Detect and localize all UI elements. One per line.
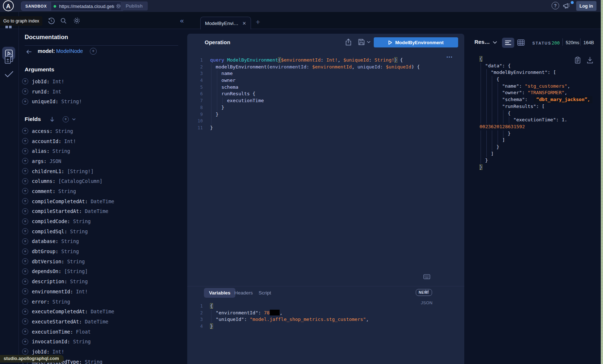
add-field-button[interactable]: + xyxy=(22,218,28,225)
add-field-button[interactable]: + xyxy=(22,128,28,134)
field-row[interactable]: +description:String xyxy=(19,276,114,286)
add-field-button[interactable]: + xyxy=(22,288,28,294)
tab-modelbyenvironment[interactable]: ModelByEnvi… ✕ xyxy=(200,17,251,29)
endpoint-url-text[interactable]: https://metadata.cloud.getd xyxy=(59,4,114,9)
publish-button[interactable]: Publish xyxy=(121,1,148,11)
help-icon[interactable]: ? xyxy=(552,2,559,9)
field-row[interactable]: +invocationId:String xyxy=(19,336,114,347)
argument-row[interactable]: +runId:Int xyxy=(19,87,82,97)
graph-index-icon[interactable] xyxy=(5,26,8,28)
add-field-button[interactable]: + xyxy=(22,238,28,244)
field-row[interactable]: +dbtVersion:String xyxy=(19,256,114,267)
field-type[interactable]: [CatalogColumn] xyxy=(58,178,102,184)
field-type[interactable]: DateTime xyxy=(85,319,108,325)
field-type[interactable]: String xyxy=(73,339,91,344)
add-field-button[interactable]: + xyxy=(22,329,28,335)
nav-schema-icon[interactable] xyxy=(4,54,14,65)
field-type[interactable]: DateTime xyxy=(91,309,114,314)
share-operation-icon[interactable] xyxy=(345,38,352,46)
field-type[interactable]: String xyxy=(53,148,70,154)
add-type-button[interactable]: + xyxy=(90,48,97,55)
field-row[interactable]: +compiledSql:String xyxy=(19,226,114,237)
add-field-button[interactable]: + xyxy=(22,138,28,144)
add-field-button[interactable]: + xyxy=(22,198,28,204)
run-operation-button[interactable]: ModelByEnvironment xyxy=(374,37,458,47)
sort-fields-icon[interactable] xyxy=(50,117,55,122)
field-row[interactable]: +childrenL1:[String!] xyxy=(19,166,114,176)
add-field-button[interactable]: + xyxy=(22,78,28,84)
field-type[interactable]: String xyxy=(85,359,102,364)
field-row[interactable]: +compileStartedAt:DateTime xyxy=(19,206,114,217)
add-field-button[interactable]: + xyxy=(22,298,28,305)
field-row[interactable]: +alias:String xyxy=(19,146,114,156)
settings-gear-icon[interactable] xyxy=(73,17,80,24)
field-type[interactable]: String xyxy=(61,248,79,254)
collapse-variables-icon[interactable] xyxy=(424,289,430,294)
collapse-doc-panel-icon[interactable]: « xyxy=(180,17,184,25)
history-icon[interactable] xyxy=(48,17,55,24)
field-type[interactable]: String xyxy=(61,238,79,244)
add-field-button[interactable]: + xyxy=(22,279,28,285)
fields-menu-chevron-icon[interactable] xyxy=(72,118,76,121)
add-field-button[interactable]: + xyxy=(22,168,28,174)
variables-editor[interactable]: 1{2"environmentId": 78,3"uniqueId": "mod… xyxy=(187,303,464,330)
add-field-button[interactable]: + xyxy=(22,178,28,184)
response-table-view-icon[interactable] xyxy=(517,39,525,46)
add-field-button[interactable]: + xyxy=(22,318,28,325)
add-field-button[interactable]: + xyxy=(22,158,28,164)
login-button[interactable]: Log in xyxy=(576,1,596,11)
new-tab-button[interactable]: + xyxy=(256,18,260,26)
field-row[interactable]: +dbtGroup:String xyxy=(19,246,114,256)
field-row[interactable]: +compileCompletedAt:DateTime xyxy=(19,196,114,206)
argument-row[interactable]: +uniqueId:String! xyxy=(19,96,82,106)
field-type[interactable]: DateTime xyxy=(91,198,114,204)
nav-checks-icon[interactable] xyxy=(4,71,14,78)
add-field-button[interactable]: + xyxy=(22,348,28,355)
keyboard-shortcuts-icon[interactable] xyxy=(423,274,430,279)
field-row[interactable]: +dependsOn:[String] xyxy=(19,267,114,277)
field-type[interactable]: String xyxy=(58,188,76,194)
response-body[interactable]: {"data": {"modelByEnvironment": [{"name"… xyxy=(465,56,601,171)
field-row[interactable]: +executionTime:Float xyxy=(19,327,114,337)
field-type[interactable]: String xyxy=(67,259,85,264)
field-row[interactable]: +environmentId:Int! xyxy=(19,286,114,297)
field-row[interactable]: +columns:[CatalogColumn] xyxy=(19,176,114,186)
field-type[interactable]: [String] xyxy=(64,268,88,274)
add-field-button[interactable]: + xyxy=(22,339,28,345)
field-type[interactable]: Int! xyxy=(64,138,76,144)
add-field-button[interactable]: + xyxy=(22,258,28,264)
tab-script[interactable]: Script xyxy=(254,288,276,298)
field-type[interactable]: String! xyxy=(61,99,82,104)
field-type[interactable]: DateTime xyxy=(85,208,108,214)
field-type[interactable]: Float xyxy=(76,329,91,335)
announcements-megaphone-icon[interactable] xyxy=(563,2,571,9)
response-menu-chevron-icon[interactable] xyxy=(493,41,497,44)
field-row[interactable]: +args:JSON xyxy=(19,156,114,166)
response-list-view-button[interactable] xyxy=(502,38,514,48)
doc-field-type-link[interactable]: ModelNode xyxy=(56,48,83,54)
endpoint-url-field[interactable]: https://metadata.cloud.getd xyxy=(51,2,124,11)
back-arrow-icon[interactable] xyxy=(26,49,32,55)
field-row[interactable]: +accountId:Int! xyxy=(19,136,114,146)
field-type[interactable]: Int xyxy=(53,89,61,95)
add-field-button[interactable]: + xyxy=(22,148,28,154)
add-field-button[interactable]: + xyxy=(22,228,28,234)
add-field-button[interactable]: + xyxy=(22,248,28,255)
field-row[interactable]: +executeCompletedAt:DateTime xyxy=(19,306,114,317)
add-field-button[interactable]: + xyxy=(22,188,28,194)
field-row[interactable]: +executeStartedAt:DateTime xyxy=(19,317,114,327)
field-type[interactable]: JSON xyxy=(50,158,62,164)
field-type[interactable]: String xyxy=(55,128,73,134)
add-all-fields-button[interactable]: + xyxy=(63,116,69,122)
apollo-logo-icon[interactable]: A xyxy=(3,0,14,11)
field-type[interactable]: String xyxy=(73,218,91,224)
tab-close-icon[interactable]: ✕ xyxy=(242,21,246,26)
add-field-button[interactable]: + xyxy=(22,268,28,275)
add-field-button[interactable]: + xyxy=(22,99,28,105)
operation-editor[interactable]: 1query ModelByEnvironment($environmentId… xyxy=(187,57,464,131)
save-operation-icon[interactable] xyxy=(358,38,365,46)
save-menu-chevron-icon[interactable] xyxy=(367,41,370,43)
field-row[interactable]: +error:String xyxy=(19,297,114,307)
add-field-button[interactable]: + xyxy=(22,88,28,95)
field-row[interactable]: +access:String xyxy=(19,126,114,136)
